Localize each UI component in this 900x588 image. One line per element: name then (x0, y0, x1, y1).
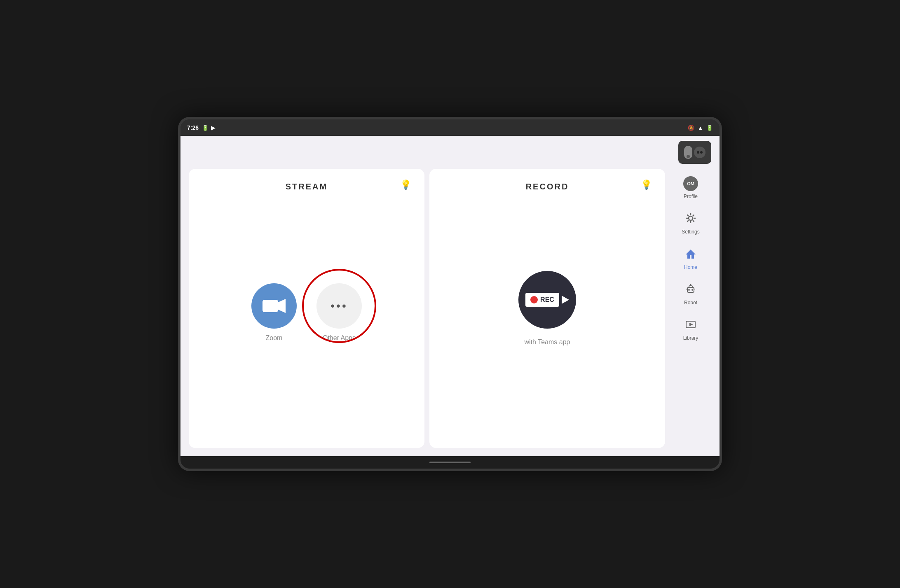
profile-initials: OM (687, 181, 694, 186)
bottom-bar (180, 456, 720, 469)
library-svg (685, 319, 696, 330)
svg-marker-23 (689, 323, 693, 326)
status-icons: 🔋 ▶ (202, 125, 215, 131)
svg-marker-13 (686, 250, 696, 259)
sidebar-item-library[interactable]: Library (673, 315, 709, 344)
sidebar-home-label: Home (684, 264, 697, 270)
zoom-label: Zoom (266, 334, 283, 342)
stream-hint-icon: 💡 (400, 180, 411, 190)
other-apps-label: Other Apps (323, 334, 356, 342)
svg-point-4 (689, 216, 693, 220)
home-svg (685, 248, 696, 259)
other-apps-icon[interactable]: ••• (316, 283, 362, 329)
rec-text: REC (540, 296, 554, 303)
svg-line-12 (687, 220, 689, 222)
sidebar-profile-label: Profile (684, 194, 698, 199)
battery-full-icon: 🔋 (706, 125, 713, 131)
apps-row: Zoom ••• Other Apps (251, 283, 362, 342)
svg-rect-15 (689, 286, 692, 288)
svg-point-0 (697, 151, 699, 154)
status-right: 🔕 ▲ 🔋 (688, 125, 713, 131)
sidebar-item-robot[interactable]: Robot (673, 280, 709, 309)
sidebar-item-settings[interactable]: Settings (673, 209, 709, 238)
library-icon (685, 319, 696, 333)
zoom-camera-svg (262, 297, 286, 315)
main-content: STREAM 💡 Zoom (180, 169, 720, 456)
record-hint-icon: 💡 (641, 180, 652, 190)
rec-camera-body: REC (525, 293, 569, 307)
gear-svg (685, 212, 696, 224)
svg-line-9 (687, 215, 689, 217)
sidebar-settings-label: Settings (682, 229, 699, 235)
record-app-item[interactable]: REC with Teams app (518, 271, 576, 346)
svg-point-17 (691, 289, 693, 291)
svg-point-16 (688, 289, 690, 291)
time-display: 7:26 (187, 124, 199, 131)
status-bar: 7:26 🔋 ▶ 🔕 ▲ 🔋 (180, 119, 720, 136)
stream-panel: STREAM 💡 Zoom (189, 169, 424, 448)
svg-line-11 (693, 215, 694, 217)
rec-dot (530, 296, 538, 303)
svg-rect-2 (262, 300, 278, 312)
top-bar (180, 136, 720, 169)
youtube-icon: ▶ (211, 125, 215, 131)
sidebar: OM Profile (670, 169, 711, 448)
zoom-icon[interactable] (251, 283, 297, 329)
home-indicator (429, 462, 471, 463)
home-icon (685, 248, 696, 262)
sidebar-library-label: Library (683, 335, 698, 341)
rec-icon[interactable]: REC (518, 271, 576, 329)
profile-avatar: OM (683, 176, 698, 191)
gear-icon (685, 212, 696, 226)
robot-svg (685, 283, 696, 295)
robot-icon (685, 283, 696, 297)
device-frame: 7:26 🔋 ▶ 🔕 ▲ 🔋 (178, 117, 722, 471)
app-area: STREAM 💡 Zoom (180, 136, 720, 456)
zoom-app-item[interactable]: Zoom (251, 283, 297, 342)
record-title: RECORD (526, 182, 569, 191)
device-icon (678, 141, 711, 164)
sidebar-item-profile[interactable]: OM Profile (673, 173, 709, 203)
robot-body-icon (684, 146, 692, 159)
rec-camera-rect: REC (525, 293, 559, 307)
other-apps-wrapper[interactable]: ••• (316, 283, 362, 329)
svg-point-1 (700, 151, 703, 154)
svg-line-10 (693, 220, 694, 222)
sidebar-robot-label: Robot (684, 300, 697, 306)
with-teams-label: with Teams app (525, 338, 570, 346)
status-left: 7:26 🔋 ▶ (187, 124, 215, 131)
mute-icon: 🔕 (688, 125, 694, 131)
svg-marker-3 (278, 299, 286, 313)
other-apps-item[interactable]: ••• Other Apps (316, 283, 362, 342)
sidebar-item-home[interactable]: Home (673, 245, 709, 273)
wifi-icon: ▲ (698, 125, 703, 131)
battery-icon: 🔋 (202, 125, 209, 131)
rec-camera-triangle (562, 296, 569, 304)
robot-head-icon (694, 147, 705, 158)
ellipsis-dots: ••• (330, 299, 347, 313)
record-panel: RECORD 💡 REC with Teams app (429, 169, 665, 448)
stream-title: STREAM (286, 182, 328, 191)
robot-face-svg (696, 149, 704, 155)
svg-point-21 (690, 284, 691, 285)
